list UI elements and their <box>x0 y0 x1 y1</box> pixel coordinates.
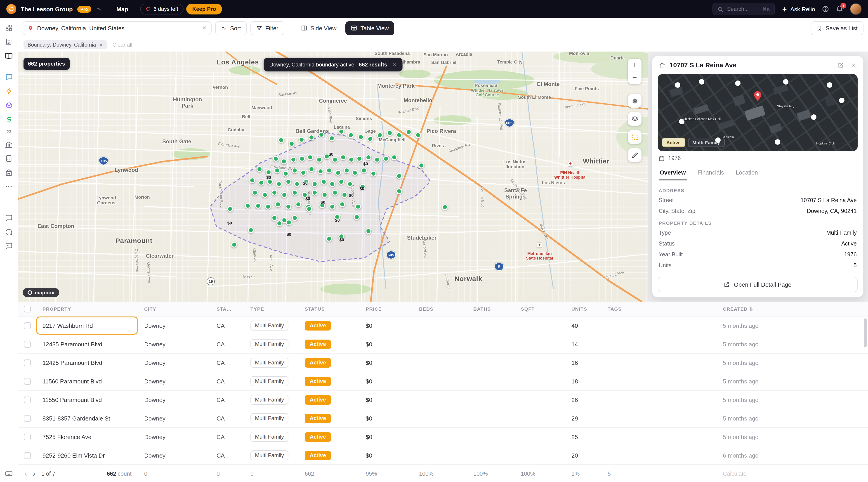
table-row[interactable]: 12425 Paramount BlvdDowneyCAMulti Family… <box>18 354 868 372</box>
property-marker[interactable] <box>266 169 272 175</box>
property-marker[interactable] <box>288 141 294 147</box>
col-header-sqft[interactable]: SQFT <box>515 306 565 311</box>
property-marker[interactable] <box>255 203 261 209</box>
zoom-out-button[interactable]: − <box>628 71 642 84</box>
property-marker[interactable] <box>281 158 287 164</box>
col-header-beds[interactable]: BEDS <box>413 306 467 311</box>
property-marker[interactable] <box>267 179 273 184</box>
table-view-button[interactable]: Table View <box>346 21 394 35</box>
property-marker[interactable] <box>340 202 345 208</box>
property-marker[interactable] <box>316 157 322 162</box>
property-marker[interactable] <box>291 168 298 173</box>
property-marker[interactable] <box>332 190 338 195</box>
zoom-in-button[interactable]: + <box>628 59 642 71</box>
property-marker[interactable] <box>276 220 282 226</box>
property-marker[interactable] <box>296 202 301 208</box>
property-marker[interactable] <box>285 179 291 184</box>
property-marker[interactable] <box>329 135 335 142</box>
col-header-state[interactable]: STA... <box>210 306 244 311</box>
property-marker[interactable] <box>383 155 389 161</box>
select-all-checkbox[interactable] <box>24 305 31 312</box>
table-row[interactable]: 11550 Paramount BlvdDowneyCAMulti Family… <box>18 391 868 409</box>
property-marker[interactable] <box>294 181 300 187</box>
property-marker[interactable] <box>274 168 280 173</box>
property-marker[interactable] <box>326 168 332 173</box>
cell-property[interactable]: 9252-9260 Elm Vista Dr <box>36 452 138 459</box>
table-row[interactable]: 9217 Washburn RdDowneyCAMulti FamilyActi… <box>18 317 868 335</box>
property-marker[interactable] <box>358 134 364 140</box>
property-marker[interactable] <box>303 179 309 184</box>
property-marker[interactable] <box>309 167 314 172</box>
property-marker[interactable] <box>326 236 332 242</box>
building-icon[interactable] <box>5 154 13 162</box>
property-marker[interactable] <box>415 132 421 138</box>
user-avatar[interactable] <box>850 3 862 15</box>
property-marker[interactable] <box>272 190 277 195</box>
org-switcher-icon[interactable] <box>96 6 102 12</box>
locate-button[interactable] <box>628 94 642 108</box>
property-marker[interactable] <box>344 168 350 173</box>
location-search-input[interactable]: Downey, California, United States ✕ <box>23 21 212 35</box>
property-marker[interactable] <box>338 179 344 184</box>
table-row[interactable]: 7525 Florence AveDowneyCAMulti FamilyAct… <box>18 428 868 446</box>
table-row[interactable]: 11560 Paramount BlvdDowneyCAMulti Family… <box>18 372 868 391</box>
property-marker[interactable] <box>338 234 344 239</box>
property-marker[interactable] <box>265 204 271 210</box>
property-marker[interactable] <box>396 173 402 179</box>
clear-search-icon[interactable]: ✕ <box>202 25 207 31</box>
property-marker[interactable] <box>352 170 358 175</box>
property-marker[interactable] <box>227 206 233 212</box>
property-marker[interactable] <box>348 132 353 138</box>
property-marker[interactable] <box>262 192 268 198</box>
row-checkbox[interactable] <box>24 415 31 422</box>
property-marker[interactable] <box>322 192 328 198</box>
property-marker[interactable] <box>231 242 237 248</box>
row-checkbox[interactable] <box>24 378 31 385</box>
property-marker[interactable] <box>248 227 254 233</box>
layers-button[interactable] <box>628 112 642 126</box>
library-icon[interactable] <box>5 52 13 60</box>
created-sort-icon[interactable]: ⇅ <box>748 307 753 311</box>
col-header-property[interactable]: PROPERTY <box>36 306 138 311</box>
row-checkbox[interactable] <box>24 396 31 403</box>
cell-property[interactable]: 12435 Paramount Blvd <box>36 341 138 348</box>
property-marker[interactable] <box>391 154 397 160</box>
tab-financials[interactable]: Financials <box>697 165 725 180</box>
property-marker[interactable] <box>338 129 344 134</box>
property-marker[interactable] <box>278 138 284 143</box>
keyboard-icon[interactable] <box>5 469 13 478</box>
property-marker[interactable] <box>374 157 380 162</box>
chip-close-icon[interactable]: ✕ <box>99 42 103 47</box>
property-marker[interactable] <box>319 131 324 138</box>
open-full-detail-button[interactable]: Open Full Detail Page <box>658 277 858 292</box>
property-marker[interactable] <box>319 202 325 208</box>
property-marker[interactable] <box>299 137 305 143</box>
table-row[interactable]: 12435 Paramount BlvdDowneyCAMulti Family… <box>18 335 868 354</box>
property-marker[interactable] <box>301 170 306 175</box>
prev-page-button[interactable]: ‹ <box>24 470 27 478</box>
more-options-icon[interactable] <box>5 182 13 190</box>
row-checkbox[interactable] <box>24 341 31 348</box>
property-marker[interactable] <box>291 190 298 195</box>
property-marker[interactable] <box>387 130 393 136</box>
property-marker[interactable] <box>275 202 281 208</box>
property-marker[interactable] <box>291 215 298 221</box>
cell-property[interactable]: 11560 Paramount Blvd <box>36 378 138 385</box>
property-marker[interactable] <box>347 181 353 187</box>
property-marker[interactable] <box>249 178 255 183</box>
property-marker[interactable] <box>324 153 330 159</box>
property-marker[interactable] <box>332 157 338 162</box>
landmark-icon[interactable] <box>5 168 13 176</box>
property-marker[interactable] <box>276 181 282 187</box>
col-header-tags[interactable]: TAGS <box>601 306 717 311</box>
save-as-list-button[interactable]: Save as List <box>811 21 864 35</box>
boundary-tool-button[interactable] <box>628 130 642 144</box>
property-marker[interactable] <box>348 157 354 162</box>
cell-property[interactable]: 11550 Paramount Blvd <box>36 396 138 403</box>
integration-purple-icon[interactable] <box>5 101 13 110</box>
property-marker[interactable] <box>252 190 258 195</box>
property-marker[interactable] <box>356 155 362 161</box>
app-logo-icon[interactable] <box>6 4 16 14</box>
property-marker[interactable] <box>258 180 264 186</box>
col-header-created[interactable]: CREATED ⇅ <box>717 306 814 311</box>
